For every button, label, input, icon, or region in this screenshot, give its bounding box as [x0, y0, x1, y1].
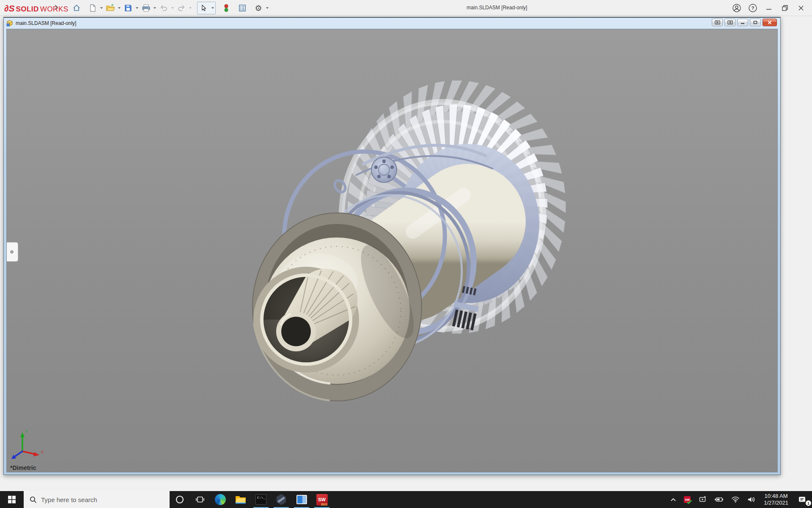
redo-icon	[177, 4, 186, 12]
options-button[interactable]: ⚙	[252, 2, 265, 14]
doc-close-button[interactable]	[763, 19, 777, 26]
svg-text:?: ?	[752, 6, 754, 11]
file-properties-icon	[238, 4, 247, 12]
app-title: main.SLDASM [Read-only]	[457, 5, 537, 11]
open-folder-icon	[106, 4, 115, 12]
app-titlebar: ∂S SOLIDWORKS	[0, 0, 812, 16]
command-prompt-icon: C:\_	[255, 494, 266, 505]
view-orientation-label: *Dimetric	[10, 464, 36, 471]
connect-display-tray-button[interactable]	[694, 491, 710, 508]
doc-restore-button[interactable]	[750, 19, 761, 26]
clock[interactable]: 10:48 AM 1/27/2021	[760, 491, 793, 508]
task-view-icon	[195, 495, 205, 504]
open-dropdown[interactable]	[117, 2, 122, 14]
help-button[interactable]: ?	[747, 2, 759, 14]
doc-restore-icon	[753, 20, 758, 25]
save-dropdown[interactable]	[134, 2, 140, 14]
chevron-up-icon	[670, 497, 676, 502]
cursor-icon	[200, 4, 208, 12]
window-app-button[interactable]	[291, 491, 312, 508]
display-pane-left-button[interactable]	[712, 19, 723, 26]
orientation-triad: y x	[10, 427, 47, 463]
document-window: main.SLDASM [Read-only]	[3, 17, 781, 475]
print-button[interactable]	[140, 2, 152, 14]
wifi-tray-button[interactable]	[727, 491, 743, 508]
main-toolbar: ⚙	[70, 1, 270, 15]
minimize-button[interactable]	[763, 2, 775, 14]
save-button[interactable]	[122, 2, 134, 14]
solidworks-check-icon: SW	[684, 496, 691, 503]
tray-date: 1/27/2021	[764, 500, 788, 506]
doc-minimize-icon	[740, 20, 745, 25]
command-prompt-button[interactable]: C:\_	[251, 491, 271, 508]
select-tool-group	[197, 2, 216, 14]
solidworks-taskbar-button[interactable]: SW 2021	[312, 491, 332, 508]
account-button[interactable]	[731, 2, 743, 14]
undo-icon	[159, 4, 168, 12]
new-document-dropdown[interactable]	[99, 2, 104, 14]
collapsed-panel-tab[interactable]	[7, 242, 18, 262]
search-input[interactable]	[41, 496, 151, 503]
edge-button[interactable]	[210, 491, 230, 508]
solidworks-logo-icon: ∂S	[4, 3, 14, 14]
options-dropdown[interactable]	[265, 2, 270, 14]
home-button[interactable]	[70, 2, 83, 14]
select-tool-dropdown[interactable]	[210, 2, 215, 14]
hexagon-app-button[interactable]	[271, 491, 291, 508]
document-title: main.SLDASM [Read-only]	[16, 20, 76, 26]
new-document-icon	[88, 4, 97, 12]
rebuild-button[interactable]	[220, 2, 233, 14]
notification-badge: 1	[806, 500, 811, 506]
display-pane-right-button[interactable]	[724, 19, 735, 26]
save-icon	[124, 4, 132, 12]
cortana-icon	[175, 495, 184, 504]
jet-engine-model[interactable]	[7, 29, 778, 472]
file-explorer-button[interactable]	[230, 491, 251, 508]
file-explorer-icon	[235, 495, 246, 504]
triad-x-label: x	[41, 449, 44, 454]
print-dropdown[interactable]	[152, 2, 157, 14]
taskbar-search[interactable]	[24, 491, 170, 508]
edge-icon	[215, 494, 226, 505]
minimize-icon	[766, 5, 772, 11]
undo-button[interactable]	[157, 2, 170, 14]
solidworks-monitor-tray-button[interactable]: SW	[680, 491, 694, 508]
hexagon-app-icon	[276, 494, 287, 505]
menu-expand-arrow-icon[interactable]	[54, 4, 60, 12]
action-center-button[interactable]: 1	[793, 491, 812, 508]
document-window-controls	[712, 19, 777, 26]
connect-display-icon	[698, 496, 707, 503]
doc-close-icon	[767, 20, 772, 25]
doc-minimize-button[interactable]	[737, 19, 748, 26]
app-window-controls: ?	[731, 1, 807, 15]
select-tool-button[interactable]	[198, 2, 210, 14]
gear-icon: ⚙	[255, 4, 262, 12]
windows-logo-icon	[8, 496, 16, 503]
power-tray-button[interactable]	[710, 491, 727, 508]
undo-dropdown[interactable]	[170, 2, 175, 14]
account-icon	[732, 3, 741, 13]
cortana-button[interactable]	[170, 491, 190, 508]
file-properties-button[interactable]	[236, 2, 249, 14]
redo-button[interactable]	[175, 2, 188, 14]
home-icon	[72, 4, 81, 12]
search-icon	[30, 496, 37, 503]
tray-expand-button[interactable]	[667, 491, 680, 508]
speaker-icon	[747, 496, 756, 503]
panel-tab-grip-icon	[10, 250, 14, 254]
new-document-button[interactable]	[86, 2, 99, 14]
close-button[interactable]	[795, 2, 807, 14]
notification-icon	[798, 496, 807, 503]
volume-tray-button[interactable]	[743, 491, 760, 508]
redo-dropdown[interactable]	[188, 2, 193, 14]
assembly-document-icon	[6, 20, 13, 27]
wifi-icon	[731, 496, 740, 503]
document-titlebar[interactable]: main.SLDASM [Read-only]	[6, 18, 778, 29]
viewport-3d[interactable]: y x *Dimetric	[6, 29, 778, 472]
start-button[interactable]	[0, 491, 24, 508]
restore-button[interactable]	[779, 2, 791, 14]
task-view-button[interactable]	[190, 491, 210, 508]
close-icon	[798, 5, 804, 11]
open-button[interactable]	[104, 2, 117, 14]
system-tray: SW	[667, 491, 812, 508]
